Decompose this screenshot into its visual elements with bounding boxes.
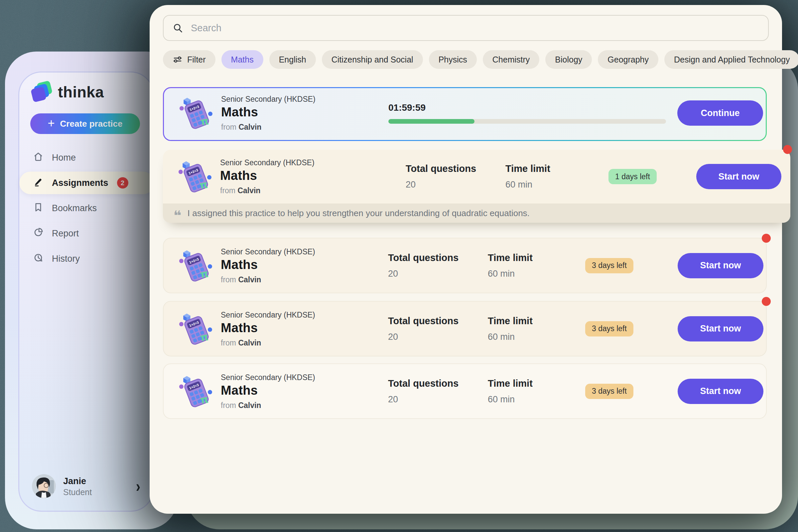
card-subject: Maths (221, 258, 315, 272)
total-questions-col: Total questions20 (388, 252, 458, 279)
chip-label: Chemistry (492, 55, 530, 64)
teacher-name: Calvin (238, 401, 261, 409)
assignment-card[interactable]: 1+2=3 π Senior Secondary (HKDSE)Mathsfro… (163, 363, 767, 419)
progress-fill (388, 119, 474, 124)
create-practice-label: Create practice (60, 119, 123, 129)
total-questions-value: 20 (388, 394, 458, 405)
sidebar-item-label: Home (52, 153, 76, 163)
card-main-row: 1+2=3 π Senior Secondary (HKDSE)Mathsfro… (164, 239, 766, 292)
svg-text:π: π (199, 330, 209, 343)
subject-chip-biology[interactable]: Biology (545, 50, 592, 69)
search-bar[interactable] (163, 15, 769, 41)
time-limit-col: Time limit60 min (506, 163, 550, 190)
app-title: thinka (58, 83, 104, 101)
subject-chip-maths[interactable]: Maths (222, 50, 263, 69)
teacher-name: Calvin (238, 275, 261, 284)
continue-button[interactable]: Continue (677, 100, 763, 126)
assignment-card[interactable]: 1+2=3 π Senior Secondary (HKDSE)Mathsfro… (163, 238, 767, 293)
sidebar-nav: HomeAssignments2BookmarksReportHistory (19, 146, 153, 273)
unread-dot (783, 145, 792, 154)
total-questions-label: Total questions (388, 378, 458, 389)
assignment-card[interactable]: 1+2=3 π Senior Secondary (HKDSE)Mathsfro… (163, 87, 767, 141)
start-now-button[interactable]: Start now (678, 316, 763, 341)
card-level: Senior Secondary (HKDSE) (221, 247, 315, 256)
card-subject: Maths (221, 105, 316, 119)
subject-chip-citizenship-and-social[interactable]: Citizenship and Social (322, 50, 423, 69)
sidebar-item-label: Assignments (52, 178, 108, 188)
history-clock-icon (33, 252, 44, 266)
filter-chip-label: Filter (187, 55, 206, 64)
timer-text: 01:59:59 (388, 102, 666, 113)
total-questions-col: Total questions20 (388, 378, 458, 405)
chip-label: Design and Applied Technology (674, 55, 790, 64)
unread-dot (762, 234, 771, 243)
subject-chip-physics[interactable]: Physics (429, 50, 477, 69)
teacher-name: Calvin (238, 338, 261, 347)
teacher-quote-footer: ❛❛I assigned this practice to help you s… (163, 204, 790, 223)
chip-label: Biology (555, 55, 582, 64)
main-panel: Filter MathsEnglishCitizenship and Socia… (150, 5, 782, 514)
create-practice-button[interactable]: + Create practice (30, 113, 140, 134)
svg-text:π: π (198, 178, 208, 191)
card-level: Senior Secondary (HKDSE) (220, 158, 315, 167)
avatar (32, 474, 56, 498)
total-questions-label: Total questions (388, 252, 458, 263)
time-limit-label: Time limit (488, 378, 533, 389)
subject-chip-chemistry[interactable]: Chemistry (483, 50, 540, 69)
sidebar-item-label: Bookmarks (52, 203, 97, 213)
card-subject: Maths (221, 383, 315, 397)
start-now-button[interactable]: Start now (678, 379, 763, 404)
subject-filter-row: Filter MathsEnglishCitizenship and Socia… (163, 50, 798, 69)
days-left-badge: 3 days left (585, 321, 633, 337)
app-logo: thinka (32, 82, 104, 102)
card-info: Senior Secondary (HKDSE)Mathsfrom Calvin (221, 310, 315, 347)
card-main-row: 1+2=3 π Senior Secondary (HKDSE)Mathsfro… (164, 302, 766, 356)
start-now-button[interactable]: Start now (678, 253, 763, 278)
time-limit-col: Time limit60 min (488, 252, 533, 279)
card-from: from Calvin (221, 275, 315, 284)
chevron-right-icon[interactable]: › (136, 477, 140, 495)
time-limit-label: Time limit (488, 252, 533, 263)
chip-label: Physics (439, 55, 467, 64)
teacher-name: Calvin (239, 123, 261, 131)
sidebar-item-bookmarks[interactable]: Bookmarks (19, 197, 153, 220)
calculator-icon: 1+2=3 π (176, 246, 215, 285)
sidebar-item-label: History (52, 254, 80, 264)
total-questions-col: Total questions20 (406, 163, 476, 190)
subject-chip-english[interactable]: English (269, 50, 316, 69)
assignment-card[interactable]: 1+2=3 π Senior Secondary (HKDSE)Mathsfro… (163, 301, 767, 357)
days-left-badge: 1 days left (608, 169, 657, 184)
time-limit-value: 60 min (488, 332, 533, 342)
home-icon (33, 151, 44, 165)
start-now-button[interactable]: Start now (696, 164, 781, 189)
search-input[interactable] (190, 22, 759, 34)
total-questions-label: Total questions (406, 163, 476, 174)
subject-chip-design-and-applied-technology[interactable]: Design and Applied Technology (664, 50, 798, 69)
sidebar-item-report[interactable]: Report (19, 222, 153, 245)
profile-card[interactable]: Janie Student › (32, 474, 140, 498)
bookmark-icon (33, 202, 44, 215)
card-from: from Calvin (220, 186, 315, 195)
sidebar-item-home[interactable]: Home (19, 146, 153, 169)
sidebar-item-assignments[interactable]: Assignments2 (19, 172, 154, 194)
card-main-row: 1+2=3 π Senior Secondary (HKDSE)Mathsfro… (163, 150, 790, 204)
subject-chip-geography[interactable]: Geography (598, 50, 658, 69)
teacher-quote-text: I assigned this practice to help you str… (188, 208, 530, 218)
card-info: Senior Secondary (HKDSE)Mathsfrom Calvin (221, 373, 315, 410)
chip-label: Maths (231, 55, 254, 64)
card-from: from Calvin (221, 338, 315, 347)
calculator-icon: 1+2=3 π (176, 372, 215, 411)
card-info: Senior Secondary (HKDSE)Mathsfrom Calvin (221, 247, 315, 284)
card-level: Senior Secondary (HKDSE) (221, 373, 315, 382)
unread-dot (762, 297, 771, 306)
filter-chip[interactable]: Filter (163, 50, 215, 69)
assignment-card[interactable]: 1+2=3 π Senior Secondary (HKDSE)Mathsfro… (163, 150, 790, 223)
time-limit-label: Time limit (488, 316, 533, 326)
search-icon (172, 22, 184, 34)
svg-text:π: π (199, 267, 209, 280)
total-questions-value: 20 (406, 179, 476, 190)
sidebar-item-history[interactable]: History (19, 247, 153, 270)
assignments-count-badge: 2 (117, 177, 128, 189)
page-background: thinka + Create practice HomeAssignments… (0, 0, 798, 532)
total-questions-value: 20 (388, 269, 458, 279)
